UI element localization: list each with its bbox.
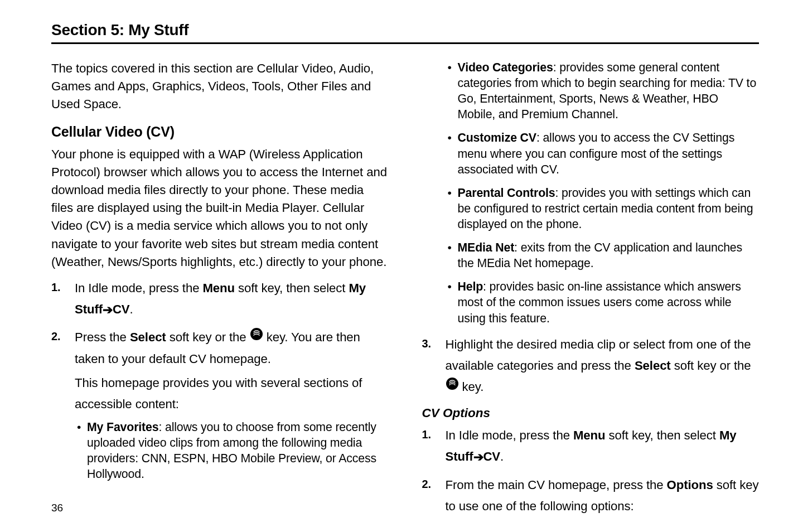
bullet-label: Video Categories: [458, 61, 553, 74]
page: Section 5: My Stuff The topics covered i…: [0, 0, 798, 532]
step-text: In Idle mode, press the: [75, 281, 202, 295]
ok-key-icon: [446, 376, 459, 397]
bullet-my-favorites: My Favorites: allows you to choose from …: [87, 419, 389, 482]
step-text: .: [130, 302, 133, 316]
arrow-icon: ➔: [473, 447, 483, 468]
bullet-media-net: MEdia Net: exits from the CV application…: [458, 240, 760, 271]
cv-step-1: 1. In Idle mode, press the Menu soft key…: [75, 278, 389, 320]
ok-key-icon: [250, 326, 263, 347]
bullet-help: Help: provides basic on-line assistance …: [458, 279, 760, 326]
right-column: Video Categories: provides some general …: [422, 60, 760, 524]
cv-steps-list: 1. In Idle mode, press the Menu soft key…: [51, 278, 389, 482]
bullet-label: My Favorites: [87, 420, 158, 434]
bullet-label: Customize CV: [458, 131, 536, 144]
menu-softkey-label: Menu: [573, 428, 606, 442]
select-softkey-label: Select: [130, 330, 166, 344]
cv-steps-list-right: 3. Highlight the desired media clip or s…: [422, 334, 760, 399]
bullet-label: Help: [458, 280, 483, 293]
step-text: soft key, then select: [606, 428, 719, 442]
heading-cv-options: CV Options: [422, 406, 760, 420]
step-number: 1.: [422, 425, 431, 444]
path-cv: CV: [113, 302, 130, 316]
step-text: soft key or the: [166, 330, 250, 344]
cv-options-steps: 1. In Idle mode, press the Menu soft key…: [422, 425, 760, 517]
cvopt-step-1: 1. In Idle mode, press the Menu soft key…: [446, 425, 760, 467]
page-number: 36: [51, 502, 63, 514]
bullet-customize-cv: Customize CV: allows you to access the C…: [458, 130, 760, 177]
step-text: key.: [459, 380, 484, 394]
left-column: The topics covered in this section are C…: [51, 60, 389, 524]
bullet-label: Parental Controls: [458, 186, 555, 200]
cv-sections-bullets-left: My Favorites: allows you to choose from …: [75, 419, 389, 482]
step-text: soft key or the: [671, 359, 751, 373]
bullet-parental-controls: Parental Controls: provides you with set…: [458, 185, 760, 232]
step-number: 3.: [422, 334, 431, 353]
menu-softkey-label: Menu: [202, 281, 235, 295]
cv-step-3: 3. Highlight the desired media clip or s…: [446, 334, 760, 399]
arrow-icon: ➔: [103, 299, 113, 321]
step-text: Press the: [75, 330, 130, 344]
step-number: 2.: [422, 475, 431, 494]
cvopt-step-2: 2. From the main CV homepage, press the …: [446, 475, 760, 517]
options-softkey-label: Options: [667, 478, 713, 492]
cv-sections-bullets-right: Video Categories: provides some general …: [446, 60, 760, 326]
step-2-sub-body: This homepage provides you with several …: [75, 373, 389, 415]
step-text: .: [500, 449, 504, 463]
two-column-layout: The topics covered in this section are C…: [51, 60, 759, 524]
right-bullets-continuation: Video Categories: provides some general …: [422, 60, 760, 326]
select-softkey-label: Select: [635, 359, 671, 373]
path-cv: CV: [483, 449, 500, 463]
step-text: soft key, then select: [235, 281, 349, 295]
bullet-text: : provides basic on-line assistance whic…: [458, 280, 741, 325]
step-text: From the main CV homepage, press the: [446, 478, 667, 492]
step-number: 1.: [51, 278, 60, 297]
heading-cellular-video: Cellular Video (CV): [51, 124, 389, 140]
cv-step-2: 2. Press the Select soft key or the key.…: [75, 327, 389, 482]
step-number: 2.: [51, 327, 60, 346]
section-title: Section 5: My Stuff: [51, 21, 759, 39]
intro-paragraph: The topics covered in this section are C…: [51, 60, 389, 114]
cv-paragraph: Your phone is equipped with a WAP (Wirel…: [51, 146, 389, 271]
bullet-video-categories: Video Categories: provides some general …: [458, 60, 760, 122]
bullet-label: MEdia Net: [458, 241, 515, 254]
section-rule: [51, 42, 759, 44]
step-text: In Idle mode, press the: [446, 428, 573, 442]
